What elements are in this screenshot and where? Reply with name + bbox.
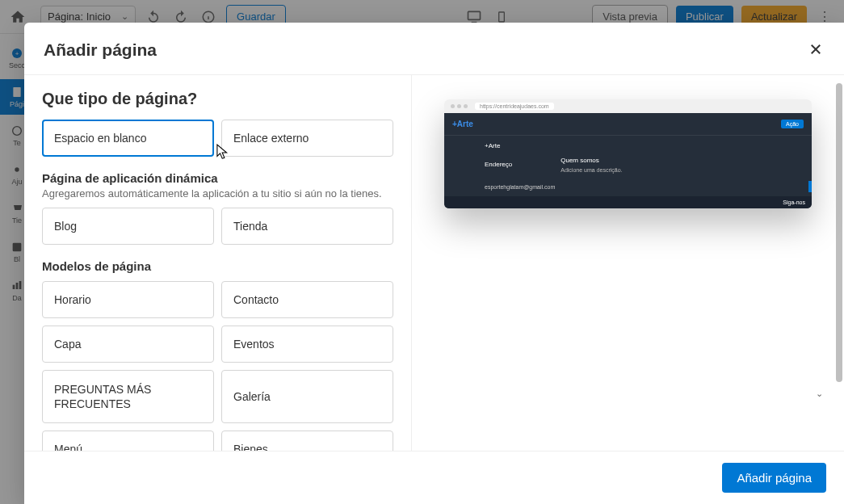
page-type-heading: Que tipo de página? — [42, 90, 393, 108]
page-preview: https://centrideajudaes.com +Arte Ação +… — [444, 99, 812, 208]
tile-capa[interactable]: Capa — [42, 326, 214, 363]
preview-panel: https://centrideajudaes.com +Arte Ação +… — [412, 75, 844, 451]
scrollbar[interactable] — [836, 83, 842, 443]
preview-email: esportehglatam@gmail.com — [444, 183, 812, 196]
tile-bienes[interactable]: Bienes — [221, 430, 393, 451]
traffic-dot — [464, 104, 468, 108]
modal-footer: Añadir página — [24, 451, 844, 504]
traffic-dot — [451, 104, 455, 108]
tile-menu[interactable]: Menú — [42, 430, 214, 451]
preview-col2-sub: Adicione uma descrição. — [561, 167, 622, 173]
modal-header: Añadir página — [24, 23, 844, 74]
tile-faq[interactable]: PREGUNTAS MÁS FRECUENTES — [42, 370, 214, 423]
tile-espacio-en-blanco[interactable]: Espacio en blanco — [42, 120, 214, 157]
tile-enlace-externo[interactable]: Enlace externo — [221, 120, 393, 157]
preview-accent-bar — [808, 181, 812, 192]
tile-tienda[interactable]: Tienda — [221, 208, 393, 245]
preview-logo: +Arte — [452, 120, 473, 128]
modal-title: Añadir página — [44, 40, 157, 60]
dynamic-description: Agregaremos automáticamente la aplicació… — [42, 187, 393, 200]
add-page-button[interactable]: Añadir página — [722, 463, 826, 493]
preview-browser-chrome: https://centrideajudaes.com — [444, 99, 812, 113]
preview-col2-title: Quem somos — [561, 157, 622, 164]
close-icon[interactable] — [807, 39, 825, 61]
dynamic-heading: Página de aplicación dinámica — [42, 171, 393, 185]
preview-action-button: Ação — [781, 120, 804, 128]
tile-contacto[interactable]: Contacto — [221, 281, 393, 318]
tile-blog[interactable]: Blog — [42, 208, 214, 245]
preview-footer-text: Siga-nos — [783, 200, 805, 205]
preview-col1-sub: Endereço — [485, 161, 512, 168]
scroll-down-icon[interactable]: ⌄ — [816, 388, 823, 399]
preview-url: https://centrideajudaes.com — [475, 103, 554, 110]
page-type-panel: Que tipo de página? Espacio en blanco En… — [24, 75, 412, 451]
preview-col1-title: +Arte — [485, 142, 512, 149]
tile-galeria[interactable]: Galería — [221, 370, 393, 423]
traffic-dot — [457, 104, 461, 108]
tile-horario[interactable]: Horario — [42, 281, 214, 318]
tile-eventos[interactable]: Eventos — [221, 326, 393, 363]
add-page-modal: Añadir página Que tipo de página? Espaci… — [24, 23, 844, 504]
scrollbar-thumb[interactable] — [836, 83, 842, 382]
templates-heading: Modelos de página — [42, 259, 393, 273]
